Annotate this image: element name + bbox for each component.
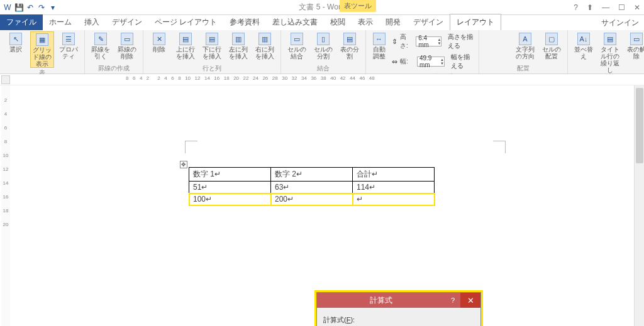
eraser-icon: ▭ [121, 33, 133, 45]
ruler-vertical[interactable]: 2468101214161820 [1, 85, 10, 326]
delete-button[interactable]: ✕削除 [147, 31, 171, 53]
ruler-tick: 18 [224, 75, 230, 81]
group-label: 罫線の作成 [89, 63, 139, 73]
insert-right-icon: ▥ [258, 33, 271, 45]
height-input[interactable]: 6.4 mm▲▼ [416, 36, 441, 46]
ruler-tick: 2 [157, 75, 160, 81]
width-input[interactable]: 49.9 mm▲▼ [417, 57, 445, 67]
convert-button[interactable]: ▭表の解除 [625, 31, 644, 60]
insert-left-button[interactable]: ▥左に列を挿入 [226, 31, 250, 60]
document-table[interactable]: 数字 1↵ 数字 2↵ 合計↵ 51↵ 63↵ 114↵ 100↵ 200↵ ↵ [189, 167, 435, 205]
tab-home[interactable]: ホーム [43, 14, 78, 30]
ribbon: ↖選択 ▦グリッド線の表示 ☰プロパティ 表 ✎罫線を引く ▭罫線の削除 罫線の… [0, 30, 644, 74]
tab-design[interactable]: デザイン [106, 14, 148, 30]
align-tr-icon[interactable] [502, 31, 511, 40]
tab-developer[interactable]: 開発 [379, 14, 407, 30]
word-app-icon: W [3, 3, 13, 13]
ruler-tick: 32 [292, 75, 297, 81]
delete-icon: ✕ [153, 33, 165, 45]
tab-file[interactable]: ファイル [0, 14, 43, 30]
align-mc-icon[interactable] [492, 41, 501, 50]
properties-button[interactable]: ☰プロパティ [57, 31, 80, 60]
ruler-tick: 28 [272, 75, 278, 81]
sort-button[interactable]: A↓並べ替え [572, 31, 596, 60]
group-rows-cols: ✕削除 ▤上に行を挿入 ▤下に行を挿入 ▥左に列を挿入 ▥右に列を挿入 行と列 [143, 30, 281, 73]
repeat-header-button[interactable]: ▤タイトル行の繰り返し [598, 31, 622, 73]
tab-view[interactable]: 表示 [352, 14, 379, 30]
maximize-icon[interactable]: ☐ [618, 3, 625, 12]
scroll-thumb[interactable] [636, 88, 643, 163]
height-label: 高さ: [400, 33, 413, 50]
group-merge: ▭セルの結合 ▯セルの分割 ▤表の分割 結合 [281, 30, 366, 73]
select-button[interactable]: ↖選択 [4, 31, 28, 53]
text-direction-button[interactable]: A文字列の方向 [513, 31, 537, 60]
document-area[interactable]: 2468101214161820 ✥ 数字 1↵ 数字 2↵ 合計↵ 51↵ 6… [0, 85, 644, 326]
redo-icon[interactable]: ↷ [36, 3, 47, 13]
ruler-horizontal[interactable]: 8642246810121416182022242628303234363840… [0, 74, 644, 85]
ruler-tick: 30 [282, 75, 287, 81]
spinner-icon[interactable]: ▲▼ [438, 38, 441, 45]
qat-more-icon[interactable]: ▾ [48, 3, 58, 13]
dialog-body: 計算式(F): =SUM(left) 表示形式(N): ▼ 関数貼り付け(U):… [317, 308, 480, 326]
tab-table-layout[interactable]: レイアウト [450, 14, 501, 30]
tab-references[interactable]: 参考資料 [223, 14, 266, 30]
merge-cells-button[interactable]: ▭セルの結合 [285, 31, 309, 60]
table-cell[interactable]: 数字 1↵ [189, 168, 271, 182]
table-cell[interactable]: 51↵ [189, 182, 271, 193]
draw-border-button[interactable]: ✎罫線を引く [89, 31, 113, 60]
tab-review[interactable]: 校閲 [324, 14, 352, 30]
table-cell[interactable]: 114↵ [353, 182, 435, 193]
table-cell[interactable]: 100↵ [189, 193, 271, 205]
align-tc-icon[interactable] [492, 31, 501, 40]
gridlines-button[interactable]: ▦グリッド線の表示 [30, 31, 54, 68]
tab-mailings[interactable]: 差し込み文書 [266, 14, 324, 30]
autofit-button[interactable]: ↔自動調整 [370, 31, 388, 73]
height-field-row: ⇕ 高さ: 6.4 mm▲▼ 高さを揃える [392, 33, 475, 50]
group-label: 配置 [483, 63, 564, 73]
align-br-icon[interactable] [502, 50, 511, 59]
table-move-handle[interactable]: ✥ [180, 161, 187, 168]
insert-below-button[interactable]: ▤下に行を挿入 [200, 31, 224, 60]
ribbon-collapse-icon[interactable]: ⬆ [587, 3, 593, 12]
tab-page-layout[interactable]: ページ レイアウト [148, 14, 223, 30]
table-cell[interactable]: ↵ [353, 193, 435, 205]
formula-dialog: 計算式 ? ✕ 計算式(F): =SUM(left) 表示形式(N): ▼ 関数… [316, 292, 481, 326]
help-icon[interactable]: ? [574, 3, 578, 12]
spinner-icon[interactable]: ▲▼ [440, 58, 444, 65]
dialog-titlebar[interactable]: 計算式 ? ✕ [317, 293, 480, 308]
tab-insert[interactable]: 挿入 [78, 14, 106, 30]
align-bc-icon[interactable] [492, 50, 501, 59]
sort-icon: A↓ [577, 33, 590, 45]
group-alignment: A文字列の方向 ▢セルの配置 配置 [479, 30, 568, 73]
table-cell[interactable]: 数字 2↵ [271, 168, 353, 182]
align-tl-icon[interactable] [483, 31, 492, 40]
dialog-close-icon[interactable]: ✕ [460, 293, 480, 308]
distribute-rows-button[interactable]: 高さを揃える [448, 33, 475, 50]
minimize-icon[interactable]: — [602, 3, 609, 12]
vertical-scrollbar[interactable] [634, 85, 644, 326]
split-cells-button[interactable]: ▯セルの分割 [311, 31, 335, 60]
ruler-tick: 12 [195, 75, 201, 81]
align-mr-icon[interactable] [502, 41, 511, 50]
dialog-help-icon[interactable]: ? [445, 296, 460, 304]
eraser-button[interactable]: ▭罫線の削除 [115, 31, 139, 60]
distribute-cols-button[interactable]: 幅を揃える [451, 53, 475, 70]
cell-margins-button[interactable]: ▢セルの配置 [540, 31, 564, 60]
insert-right-button[interactable]: ▥右に列を挿入 [253, 31, 277, 60]
table-cell[interactable]: 合計↵ [353, 168, 435, 182]
align-ml-icon[interactable] [483, 41, 492, 50]
window-controls: ? ⬆ — ☐ ✕ [574, 3, 640, 12]
close-icon[interactable]: ✕ [634, 3, 640, 12]
insert-above-button[interactable]: ▤上に行を挿入 [174, 31, 197, 60]
tab-table-design[interactable]: デザイン [407, 14, 450, 30]
formula-dialog-highlight: 計算式 ? ✕ 計算式(F): =SUM(left) 表示形式(N): ▼ 関数… [314, 290, 483, 326]
ruler-tick: 22 [243, 75, 249, 81]
table-cell[interactable]: 63↵ [271, 182, 353, 193]
align-bl-icon[interactable] [483, 50, 492, 59]
align-grid[interactable] [483, 31, 511, 59]
split-table-button[interactable]: ▤表の分割 [338, 31, 362, 60]
save-icon[interactable]: 💾 [14, 3, 24, 13]
undo-icon[interactable]: ↶ [25, 3, 35, 13]
sign-in-link[interactable]: サインイン [601, 18, 639, 28]
table-cell[interactable]: 200↵ [271, 193, 353, 205]
